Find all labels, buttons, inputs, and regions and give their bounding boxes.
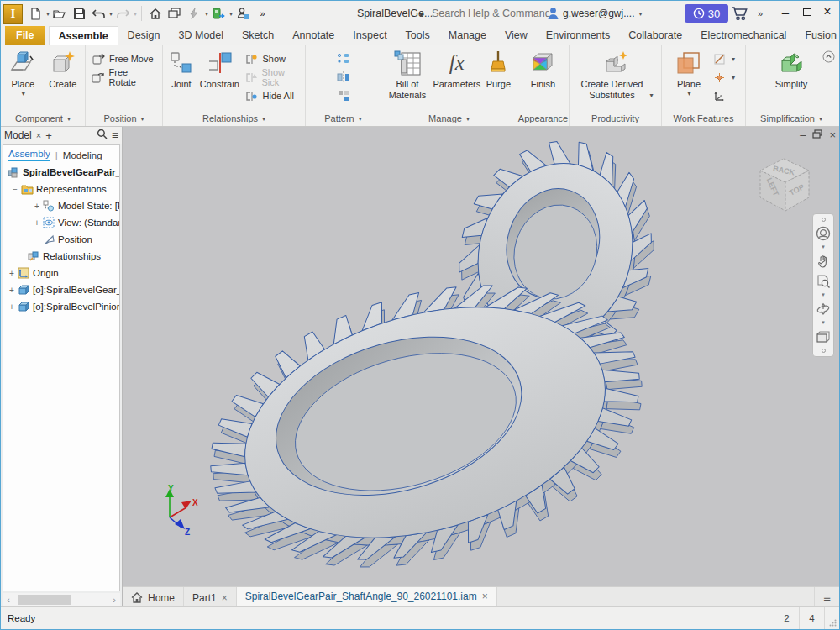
- home-button[interactable]: [146, 4, 165, 23]
- ribbon-group-label-position[interactable]: Position▾: [86, 111, 162, 126]
- tab-electromechanical[interactable]: Electromechanical: [691, 26, 795, 45]
- browser-tab-model[interactable]: Model: [4, 129, 32, 141]
- navbar-bottom-dot[interactable]: [822, 349, 826, 353]
- tab-manage[interactable]: Manage: [439, 26, 496, 45]
- zoom-button[interactable]: [814, 272, 832, 291]
- doc-restore-button[interactable]: [812, 129, 822, 141]
- ucs-button[interactable]: [711, 87, 738, 104]
- derived-dropdown[interactable]: ▾: [649, 90, 653, 101]
- joint-button[interactable]: Joint: [166, 48, 197, 90]
- tab-file[interactable]: File: [5, 26, 45, 45]
- tree-item-origin[interactable]: + Origin: [3, 265, 119, 281]
- tree-expander[interactable]: −: [10, 185, 20, 194]
- tab-collaborate[interactable]: Collaborate: [619, 26, 691, 45]
- simplify-button[interactable]: Simplify: [768, 48, 815, 90]
- browser-add-tab[interactable]: +: [45, 129, 52, 142]
- create-button[interactable]: Create: [45, 48, 82, 90]
- user-sync-button[interactable]: [234, 4, 252, 23]
- doc-tabs-menu-button[interactable]: ≡: [814, 587, 839, 608]
- redo-button[interactable]: [113, 4, 132, 23]
- place-button[interactable]: Place ▾: [4, 48, 42, 97]
- copy-button[interactable]: [334, 87, 353, 104]
- zoom-dropdown[interactable]: ▾: [822, 292, 825, 298]
- gear-model[interactable]: [123, 127, 839, 586]
- user-dropdown[interactable]: ▾: [639, 10, 643, 18]
- scroll-right-arrow[interactable]: ›: [108, 595, 120, 605]
- qat-more-chevrons[interactable]: »: [253, 4, 271, 23]
- tree-item-representations[interactable]: − Representations: [3, 181, 119, 197]
- redo-dropdown[interactable]: ▾: [134, 10, 137, 18]
- tree-expander[interactable]: +: [7, 286, 17, 295]
- tab-environments[interactable]: Environments: [537, 26, 619, 45]
- navigation-wheel-button[interactable]: [814, 224, 832, 243]
- view-cube[interactable]: BACK LEFT TOP: [750, 154, 816, 223]
- tree-item-spiral-bevel-gear[interactable]: + [o]:SpiralBevelGear_S: [3, 281, 119, 298]
- doc-tab-spiralbevelgearpair[interactable]: SpiralBevelGearPair_ShaftAngle_90_260211…: [237, 587, 497, 608]
- tree-item-root-assembly[interactable]: SpiralBevelGearPair_Sh: [3, 164, 119, 181]
- title-flyout-arrow[interactable]: ▸: [420, 1, 424, 26]
- finish-button[interactable]: Finish: [521, 48, 565, 90]
- tab-view[interactable]: View: [496, 26, 537, 45]
- pan-button[interactable]: [814, 252, 832, 270]
- scroll-thumb[interactable]: [18, 595, 71, 605]
- navbar-top-dot[interactable]: [822, 218, 826, 222]
- cart-button[interactable]: [731, 1, 749, 26]
- doc-tab-close[interactable]: ×: [222, 592, 228, 604]
- new-file-button[interactable]: [26, 4, 45, 23]
- tab-annotate[interactable]: Annotate: [283, 26, 344, 45]
- ribbon-group-label-simplification[interactable]: Simplification▾: [746, 111, 837, 126]
- user-account[interactable]: g.weser@gwj.... ▾: [547, 1, 643, 26]
- ilogic-dropdown[interactable]: ▾: [205, 10, 208, 18]
- window-maximize-button[interactable]: [797, 1, 817, 23]
- doc-tab-home[interactable]: Home: [123, 587, 184, 608]
- tab-tools[interactable]: Tools: [396, 26, 439, 45]
- tree-expander[interactable]: +: [7, 302, 17, 312]
- orbit-button[interactable]: [814, 300, 832, 318]
- update-button[interactable]: [209, 4, 228, 23]
- ilogic-button[interactable]: [185, 4, 203, 23]
- work-point-button[interactable]: ▾: [711, 69, 738, 86]
- bill-of-materials-button[interactable]: Bill of Materials: [385, 48, 430, 101]
- browser-search-button[interactable]: [97, 129, 108, 142]
- tab-fusion[interactable]: Fusion: [795, 26, 840, 45]
- trial-days-badge[interactable]: 30: [685, 4, 728, 23]
- tree-expander[interactable]: +: [7, 269, 17, 278]
- ribbon-collapse-button[interactable]: [822, 50, 835, 66]
- browser-tab-close[interactable]: ×: [36, 130, 41, 140]
- ribbon-group-label-relationships[interactable]: Relationships▾: [163, 111, 305, 126]
- tab-inspect[interactable]: Inspect: [344, 26, 396, 45]
- plane-button[interactable]: Plane ▾: [669, 48, 708, 97]
- navigation-wheel-dropdown[interactable]: ▾: [822, 244, 825, 250]
- save-button[interactable]: [70, 4, 88, 23]
- graphics-viewport[interactable]: – × BACK LEFT TOP ▾ ▾ ▾: [123, 127, 839, 586]
- window-minimize-button[interactable]: –: [775, 1, 795, 23]
- mirror-button[interactable]: [334, 69, 353, 86]
- subtab-assembly[interactable]: Assembly: [8, 149, 50, 161]
- titlebar-more-chevrons[interactable]: »: [758, 1, 762, 26]
- tab-3d-model[interactable]: 3D Model: [170, 26, 234, 45]
- tree-item-spiral-bevel-pinion[interactable]: + [o]:SpiralBevelPinion_: [3, 298, 119, 315]
- help-search[interactable]: [432, 1, 549, 26]
- undo-button[interactable]: [89, 4, 108, 23]
- show-button[interactable]: Show: [243, 50, 302, 67]
- ribbon-group-label-component[interactable]: Component▾: [1, 111, 85, 126]
- resize-grip[interactable]: [824, 607, 839, 629]
- scroll-left-arrow[interactable]: ‹: [3, 595, 14, 605]
- doc-minimize-button[interactable]: –: [800, 129, 806, 141]
- tree-item-position[interactable]: Position: [3, 231, 119, 248]
- show-sick-button[interactable]: Show Sick: [243, 69, 302, 86]
- purge-button[interactable]: Purge: [484, 48, 513, 90]
- switch-windows-button[interactable]: [165, 4, 184, 23]
- new-file-dropdown[interactable]: ▾: [46, 10, 50, 18]
- tab-sketch[interactable]: Sketch: [233, 26, 283, 45]
- doc-tab-close[interactable]: ×: [482, 591, 488, 602]
- orbit-dropdown[interactable]: ▾: [822, 320, 825, 326]
- subtab-modeling[interactable]: Modeling: [63, 150, 102, 160]
- tree-item-model-state[interactable]: + Model State: [Prim: [3, 197, 119, 214]
- ribbon-group-label-pattern[interactable]: Pattern▾: [306, 111, 381, 126]
- work-axis-button[interactable]: ▾: [711, 50, 738, 67]
- hide-all-button[interactable]: Hide All: [243, 87, 302, 104]
- tree-expander[interactable]: +: [32, 218, 42, 228]
- look-at-button[interactable]: [814, 328, 832, 346]
- open-button[interactable]: [50, 4, 69, 23]
